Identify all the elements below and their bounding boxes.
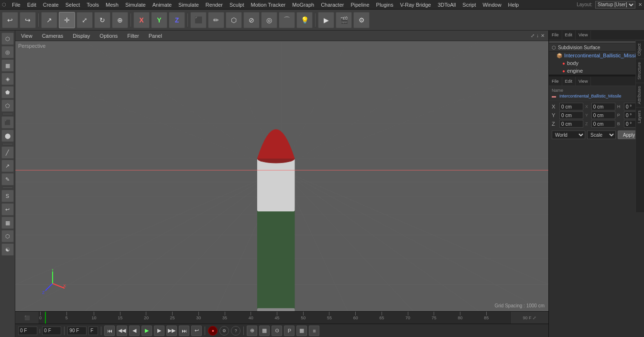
render-pic-button[interactable]: 🎬 [336, 12, 352, 28]
attr-view-tab[interactable]: View [576, 77, 591, 86]
deformer-tool-button[interactable]: ⊘ [243, 12, 260, 28]
left-tool-9[interactable]: ╱ [1, 146, 14, 159]
layout-select[interactable]: Startup [User] [595, 1, 635, 9]
prev-keyframe-button[interactable]: ◀◀ [117, 326, 127, 336]
spline-tool-button[interactable]: ⌒ [279, 12, 295, 28]
x-axis-button[interactable]: X [133, 12, 150, 28]
viewport-menu-view[interactable]: View [19, 32, 34, 40]
timeline-ruler[interactable]: 051015202530354045505560657075808590 [39, 312, 510, 324]
render-settings-button[interactable]: ⚙ [353, 12, 370, 28]
left-tool-16[interactable]: ☯ [1, 243, 14, 256]
attr-file-tab[interactable]: File [549, 77, 562, 86]
vert-tab-object[interactable]: Object [636, 40, 644, 59]
viewport-menu-cameras[interactable]: Cameras [40, 32, 65, 40]
object-item-missile[interactable]: 📦 Intercontinental_Ballistic_Missile [549, 52, 644, 59]
menu-window[interactable]: Window [480, 1, 504, 9]
left-tool-10[interactable]: ↗ [1, 160, 14, 172]
motion-list-button[interactable]: ≡ [309, 326, 319, 336]
pen-tool-button[interactable]: ✏ [208, 12, 224, 28]
left-tool-1[interactable]: ⬡ [1, 33, 14, 45]
vert-tab-attributes[interactable]: Attributes [636, 83, 644, 107]
rp-edit-tab[interactable]: Edit [562, 31, 576, 40]
x-scale-input[interactable] [591, 103, 615, 110]
z-pos-input[interactable] [559, 120, 583, 128]
viewport-expand-icon[interactable]: ⤢ [531, 33, 535, 38]
left-tool-14[interactable]: ▦ [1, 217, 14, 229]
menu-character[interactable]: Character [318, 1, 347, 9]
menu-3dto-all[interactable]: 3DToAll [435, 1, 458, 9]
viewport-menu-display[interactable]: Display [71, 32, 92, 40]
go-to-start-button[interactable]: ⏮ [104, 326, 115, 336]
menu-create[interactable]: Create [40, 1, 62, 9]
world-select[interactable]: World [552, 130, 585, 139]
left-tool-13[interactable]: ↩ [1, 203, 14, 216]
menu-render[interactable]: Render [203, 1, 226, 9]
loop-button[interactable]: ↩ [191, 326, 202, 336]
object-item-engine[interactable]: ● engine [549, 67, 644, 75]
viewport-menu-options[interactable]: Options [98, 32, 120, 40]
left-tool-7[interactable]: ⬛ [1, 116, 14, 129]
light-tool-button[interactable]: 💡 [296, 12, 313, 28]
y-scale-input[interactable] [591, 111, 615, 119]
next-keyframe-button[interactable]: ▶▶ [166, 326, 177, 336]
menu-motion-tracker[interactable]: Motion Tracker [248, 1, 289, 9]
left-tool-11[interactable]: ✎ [1, 173, 14, 185]
undo-button[interactable]: ↩ [2, 12, 18, 28]
x-pos-input[interactable] [559, 103, 583, 110]
viewport-menu-filter[interactable]: Filter [125, 32, 141, 40]
auto-key-icon[interactable]: ⚙ [219, 326, 229, 336]
fps-unit-input[interactable] [88, 326, 98, 335]
menu-help[interactable]: Help [505, 1, 522, 9]
vert-tab-structure[interactable]: Structure [636, 59, 644, 83]
fps-display-input[interactable] [67, 326, 87, 335]
key-icon[interactable]: ? [231, 326, 240, 336]
render-region-button[interactable]: ▶ [318, 12, 334, 28]
left-tool-12[interactable]: S [1, 190, 14, 202]
left-tool-5[interactable]: ⬟ [1, 86, 14, 98]
scale-tool-button[interactable]: ⤢ [76, 12, 93, 28]
redo-button[interactable]: ↪ [20, 12, 36, 28]
menu-sculpt[interactable]: Sculpt [227, 1, 247, 9]
menu-plugins[interactable]: Plugins [373, 1, 396, 9]
motion-auto-button[interactable]: P [284, 326, 295, 336]
left-tool-15[interactable]: ⬡ [1, 230, 14, 242]
y-pos-input[interactable] [559, 111, 583, 119]
nurbs-tool-button[interactable]: ⬡ [226, 12, 242, 28]
menu-animate[interactable]: Animate [150, 1, 175, 9]
vert-tab-layers[interactable]: Layers [636, 107, 644, 126]
timeline-expand-icon[interactable]: ⤢ [533, 315, 536, 320]
left-tool-4[interactable]: ◈ [1, 73, 14, 85]
motion-extra-button[interactable]: ▦ [296, 326, 307, 336]
menu-mesh[interactable]: Mesh [103, 1, 121, 9]
move-tool-button[interactable]: ✛ [59, 12, 75, 28]
menu-edit[interactable]: Edit [24, 1, 39, 9]
step-forward-button[interactable]: ▶ [154, 326, 164, 336]
motion-key-button[interactable]: ▦ [259, 326, 270, 336]
rp-file-tab[interactable]: File [549, 31, 562, 40]
scale-select[interactable]: Scale [587, 130, 616, 139]
right-panel-scrollbar[interactable] [549, 40, 644, 44]
material-tool-button[interactable]: ◎ [261, 12, 277, 28]
step-back-button[interactable]: ◀ [129, 326, 140, 336]
left-tool-8[interactable]: ⬤ [1, 130, 14, 142]
menu-simulate2[interactable]: Simulate [175, 1, 202, 9]
menu-script[interactable]: Script [459, 1, 479, 9]
attr-edit-tab[interactable]: Edit [562, 77, 576, 86]
rp-view-tab[interactable]: View [576, 31, 591, 40]
z-scale-input[interactable] [591, 120, 615, 128]
rotate-tool-button[interactable]: ↻ [94, 12, 110, 28]
left-tool-6[interactable]: ⬠ [1, 99, 14, 112]
y-axis-button[interactable]: Y [151, 12, 167, 28]
viewport-canvas[interactable]: Perspective Z X Y Grid Spacing : 1000 cm [15, 41, 548, 311]
select-tool-button[interactable]: ↗ [41, 12, 57, 28]
left-tool-3[interactable]: ▦ [1, 59, 14, 72]
z-axis-button[interactable]: Z [169, 12, 185, 28]
cube-tool-button[interactable]: ⬛ [190, 12, 207, 28]
layout-close-icon[interactable]: ✕ [638, 2, 642, 7]
menu-simulate[interactable]: Simulate [122, 1, 149, 9]
menu-select[interactable]: Select [63, 1, 83, 9]
frame-current-input[interactable] [42, 326, 61, 335]
menu-tools[interactable]: Tools [84, 1, 102, 9]
add-tool-button[interactable]: ⊕ [112, 12, 128, 28]
viewport-close-icon[interactable]: ✕ [541, 33, 545, 38]
